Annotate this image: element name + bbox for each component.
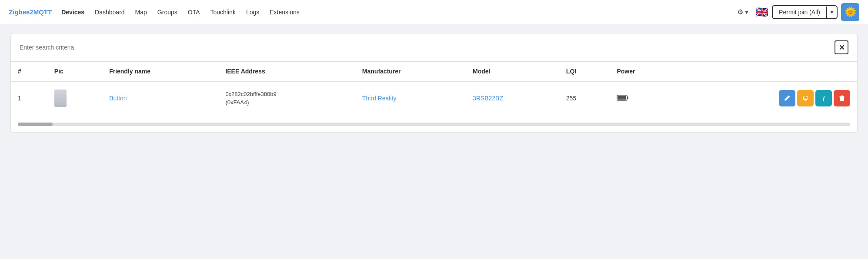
row-lqi: 255 [559,81,610,115]
row-friendly-name: Button [102,81,218,115]
gear-icon: ⚙ [737,8,743,16]
col-header-manufacturer: Manufacturer [355,62,466,81]
info-icon: i [823,95,825,102]
main-content: ✕ # Pic Friendly name IEEE Address Manuf… [0,24,868,141]
nav-item-map[interactable]: Map [131,6,151,18]
navbar: Zigbee2MQTT Devices Dashboard Map Groups… [0,0,868,24]
col-header-model: Model [466,62,559,81]
permit-join-chevron-icon[interactable]: ▾ [826,7,837,18]
row-power [610,81,678,115]
language-flag[interactable]: 🇬🇧 [754,4,770,20]
scroll-container [11,115,857,132]
friendly-name-link[interactable]: Button [109,95,127,102]
lqi-value: 255 [566,95,576,102]
permit-join-label: Permit join (All) [773,6,826,18]
close-icon: ✕ [839,43,845,52]
row-actions: i [678,81,857,115]
svg-rect-2 [618,96,626,100]
device-pic [54,90,67,107]
info-button[interactable]: i [815,90,832,106]
row-pic [47,81,102,115]
refresh-button[interactable] [797,90,814,106]
nav-item-touchlink[interactable]: Touchlink [206,6,240,18]
search-clear-button[interactable]: ✕ [835,40,848,54]
svg-rect-1 [627,96,628,99]
scroll-thumb[interactable] [18,123,53,126]
svg-rect-3 [840,97,844,101]
search-input[interactable] [20,44,835,51]
nav-brand[interactable]: Zigbee2MQTT [9,8,52,16]
col-header-power: Power [610,62,678,81]
col-header-actions [678,62,857,81]
devices-table: # Pic Friendly name IEEE Address Manufac… [11,62,857,115]
ieee-address-line1: 0x282c02bfffe380b9 [225,90,348,99]
battery-icon [617,95,629,101]
row-num: 1 [11,81,47,115]
col-header-ieee-address: IEEE Address [218,62,355,81]
model-link[interactable]: 3RSB22BZ [473,95,503,102]
nav-item-devices[interactable]: Devices [57,6,89,18]
settings-button[interactable]: ⚙ ▾ [734,5,752,19]
ieee-address-display: 0x282c02bfffe380b9 (0xFAA4) [225,90,348,107]
row-ieee-address: 0x282c02bfffe380b9 (0xFAA4) [218,81,355,115]
nav-item-extensions[interactable]: Extensions [265,6,304,18]
devices-card: ✕ # Pic Friendly name IEEE Address Manuf… [10,33,858,133]
search-bar: ✕ [11,33,857,62]
table-body: 1 Button 0x282c02bfffe380b9 (0xFAA4) [11,81,857,115]
manufacturer-link[interactable]: Third Reality [362,95,397,102]
col-header-pic: Pic [47,62,102,81]
edit-button[interactable] [779,90,795,106]
nav-item-dashboard[interactable]: Dashboard [90,6,129,18]
nav-item-groups[interactable]: Groups [153,6,182,18]
col-header-num: # [11,62,47,81]
row-model: 3RSB22BZ [466,81,559,115]
table-row: 1 Button 0x282c02bfffe380b9 (0xFAA4) [11,81,857,115]
nav-item-logs[interactable]: Logs [242,6,264,18]
delete-button[interactable] [834,90,850,106]
col-header-lqi: LQI [559,62,610,81]
status-button[interactable]: 🌞 [841,3,859,21]
horizontal-scrollbar[interactable] [18,123,850,126]
ieee-address-line2: (0xFAA4) [225,98,348,107]
nav-item-ota[interactable]: OTA [184,6,204,18]
table-header: # Pic Friendly name IEEE Address Manufac… [11,62,857,81]
settings-chevron-icon: ▾ [745,8,748,16]
status-emoji: 🌞 [845,7,856,18]
col-header-friendly-name: Friendly name [102,62,218,81]
permit-join-button[interactable]: Permit join (All) ▾ [772,5,838,19]
action-buttons-group: i [684,90,850,106]
row-manufacturer: Third Reality [355,81,466,115]
